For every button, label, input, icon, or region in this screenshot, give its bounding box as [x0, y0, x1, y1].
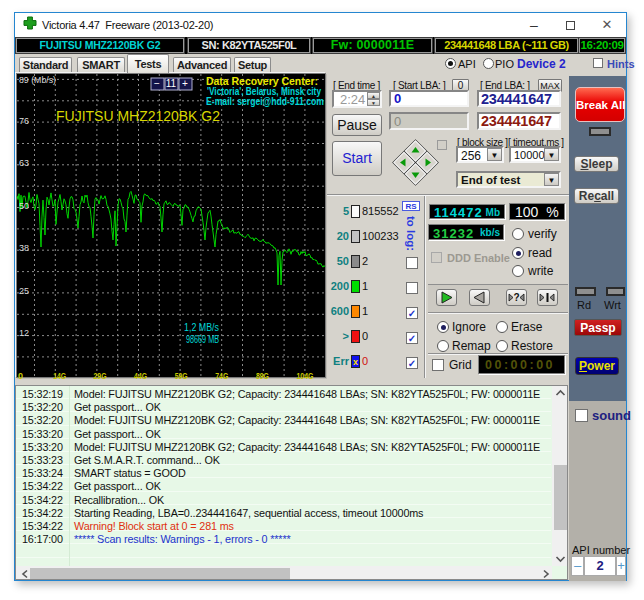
svg-text:29G: 29G: [94, 371, 107, 381]
svg-text:FUJITSU MHZ2120BK G2: FUJITSU MHZ2120BK G2: [56, 108, 220, 124]
svg-text:89 (Mb/s): 89 (Mb/s): [19, 75, 56, 85]
svg-text:11: 11: [166, 78, 177, 89]
svg-text:74G: 74G: [215, 371, 228, 381]
svg-text:12: 12: [19, 328, 29, 338]
svg-text:+: +: [182, 78, 188, 89]
svg-text:50: 50: [19, 201, 29, 211]
svg-text:59G: 59G: [175, 371, 188, 381]
svg-text:76: 76: [19, 116, 29, 126]
svg-text:104G: 104G: [297, 371, 314, 381]
svg-text:63: 63: [19, 158, 29, 168]
svg-text:44G: 44G: [134, 371, 147, 381]
svg-text:38: 38: [19, 243, 29, 253]
svg-text:98669 MB: 98669 MB: [186, 334, 219, 345]
svg-text:14G: 14G: [53, 371, 66, 381]
svg-text:−: −: [154, 78, 160, 89]
svg-text:E-mail: sergei@hdd-911.com: E-mail: sergei@hdd-911.com: [206, 96, 324, 107]
svg-text:89G: 89G: [256, 371, 269, 381]
svg-text:0: 0: [18, 371, 23, 381]
svg-text:25: 25: [19, 286, 29, 296]
svg-text:?: ?: [513, 292, 519, 303]
svg-text:1,2 MB/s: 1,2 MB/s: [184, 322, 219, 333]
